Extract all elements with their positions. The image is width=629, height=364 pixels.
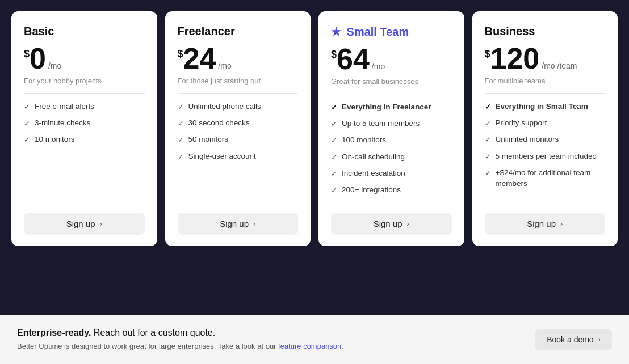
enterprise-headline-bold: Enterprise-ready. [17, 328, 91, 337]
plan-description-small-team: Great for small businesses [331, 77, 452, 86]
feature-text: Single-user account [188, 151, 256, 162]
feature-item: ✓10 monitors [24, 134, 145, 145]
price-dollar-sign: $ [331, 49, 337, 61]
feature-text: 100 monitors [342, 135, 386, 146]
check-icon: ✓ [331, 136, 337, 146]
check-icon: ✓ [178, 102, 184, 112]
feature-item: ✓Everything in Freelancer [331, 102, 452, 113]
plan-price-suffix-small-team: /mo [372, 62, 385, 71]
plan-price-amount-small-team: 64 [337, 44, 370, 74]
feature-item: ✓50 monitors [178, 134, 299, 145]
divider [331, 94, 452, 94]
divider [24, 93, 145, 94]
feature-text: Unlimited phone calls [188, 101, 261, 112]
check-icon: ✓ [485, 152, 491, 162]
check-icon: ✓ [331, 153, 337, 163]
feature-text: 3-minute checks [35, 118, 90, 129]
feature-item: ✓100 monitors [331, 135, 452, 146]
feature-text: Unlimited monitors [496, 134, 559, 145]
feature-text: 200+ integrations [342, 185, 401, 196]
plan-card-business: Business$120/mo /teamFor multiple teams✓… [472, 11, 618, 246]
feature-item: ✓Unlimited monitors [485, 134, 606, 145]
signup-label: Sign up [220, 219, 249, 228]
price-dollar-sign: $ [178, 48, 183, 60]
enterprise-text-block: Enterprise-ready. Reach out for a custom… [17, 328, 524, 352]
feature-text: 5 members per team included [496, 151, 597, 162]
check-icon: ✓ [24, 102, 30, 112]
chevron-right-icon: › [560, 219, 563, 228]
feature-text: Free e-mail alerts [35, 101, 94, 112]
feature-item: ✓200+ integrations [331, 185, 452, 196]
cards-container: Basic$0/moFor your hobby projects✓Free e… [11, 11, 618, 246]
signup-button-freelancer[interactable]: Sign up› [178, 213, 299, 235]
feature-item: ✓Incident escalation [331, 168, 452, 179]
plan-price-suffix-basic: /mo [48, 61, 61, 70]
enterprise-description-suffix: . [341, 342, 343, 350]
check-icon: ✓ [178, 135, 184, 145]
plan-price-row-freelancer: $24/mo [178, 44, 299, 73]
enterprise-headline-normal: Reach out for a custom quote. [91, 328, 215, 337]
plan-title-small-team: ★ Small Team [331, 25, 452, 39]
star-icon: ★ [331, 26, 345, 38]
price-dollar-sign: $ [485, 48, 490, 60]
feature-item: ✓Free e-mail alerts [24, 101, 145, 112]
plan-price-amount-freelancer: 24 [183, 44, 216, 73]
enterprise-description: Better Uptime is designed to work great … [17, 341, 524, 352]
price-dollar-sign: $ [24, 48, 30, 60]
feature-item: ✓Everything in Small Team [485, 101, 606, 112]
check-icon: ✓ [331, 185, 337, 196]
plan-features-basic: ✓Free e-mail alerts✓3-minute checks✓10 m… [24, 101, 145, 201]
plan-price-row-business: $120/mo /team [485, 44, 606, 73]
signup-label: Sign up [66, 219, 95, 228]
feature-text: Incident escalation [342, 168, 405, 179]
feature-item: ✓On-call scheduling [331, 152, 452, 163]
pricing-section: Basic$0/moFor your hobby projects✓Free e… [0, 0, 629, 315]
check-icon: ✓ [485, 102, 491, 112]
enterprise-description-prefix: Better Uptime is designed to work great … [17, 342, 278, 350]
feature-item: ✓5 members per team included [485, 151, 606, 162]
check-icon: ✓ [485, 168, 491, 179]
plan-price-suffix-business: /mo /team [542, 61, 577, 70]
check-icon: ✓ [178, 152, 184, 162]
plan-price-amount-business: 120 [490, 44, 540, 73]
feature-item: ✓Priority support [485, 118, 606, 129]
chevron-right-icon: › [100, 219, 102, 228]
plan-price-row-small-team: $64/mo [331, 44, 452, 74]
feature-text: 50 monitors [188, 134, 229, 145]
book-demo-chevron-icon: › [598, 335, 601, 344]
plan-price-row-basic: $0/mo [24, 44, 145, 73]
plan-title-basic: Basic [24, 25, 145, 38]
chevron-right-icon: › [407, 219, 409, 228]
check-icon: ✓ [331, 169, 337, 179]
feature-comparison-link[interactable]: feature comparison [278, 342, 341, 350]
plan-price-suffix-freelancer: /mo [218, 61, 231, 70]
plan-price-amount-basic: 0 [30, 44, 46, 73]
plan-features-small-team: ✓Everything in Freelancer✓Up to 5 team m… [331, 102, 452, 201]
signup-button-business[interactable]: Sign up› [485, 213, 606, 235]
feature-item: ✓30 second checks [178, 118, 299, 129]
check-icon: ✓ [485, 118, 491, 129]
plan-features-business: ✓Everything in Small Team✓Priority suppo… [485, 101, 606, 201]
feature-item: ✓+$24/mo for additional team members [485, 168, 606, 189]
divider [178, 93, 299, 94]
signup-label: Sign up [527, 219, 556, 228]
feature-text: 10 monitors [35, 134, 75, 145]
feature-text: On-call scheduling [342, 152, 405, 163]
signup-button-basic[interactable]: Sign up› [24, 213, 145, 235]
check-icon: ✓ [24, 118, 30, 129]
divider [485, 93, 606, 94]
feature-item: ✓3-minute checks [24, 118, 145, 129]
check-icon: ✓ [331, 103, 337, 113]
feature-text: 30 second checks [188, 118, 250, 129]
feature-item: ✓Up to 5 team members [331, 118, 452, 129]
enterprise-headline: Enterprise-ready. Reach out for a custom… [17, 328, 524, 338]
plan-description-freelancer: For those just starting out [178, 77, 299, 85]
book-demo-label: Book a demo [547, 335, 594, 344]
book-demo-button[interactable]: Book a demo › [535, 329, 612, 350]
check-icon: ✓ [485, 135, 491, 145]
check-icon: ✓ [178, 118, 184, 129]
signup-button-small-team[interactable]: Sign up› [331, 213, 452, 235]
check-icon: ✓ [24, 135, 30, 145]
plan-features-freelancer: ✓Unlimited phone calls✓30 second checks✓… [178, 101, 299, 201]
feature-text: Up to 5 team members [342, 118, 420, 129]
